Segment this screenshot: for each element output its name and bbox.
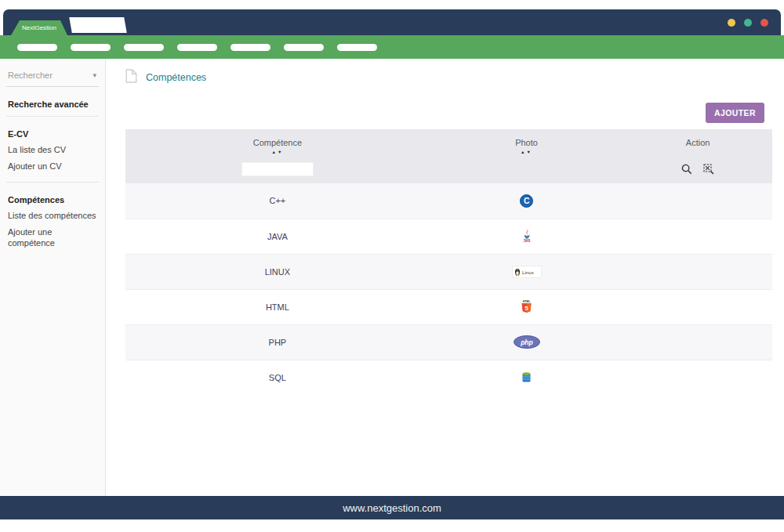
nav-item-placeholder[interactable] [17, 44, 57, 51]
column-photo: Photo ▲▼ [430, 129, 624, 183]
search-select[interactable]: Rechercher ▾ [6, 69, 99, 87]
skill-name: PHP [125, 324, 430, 360]
search-icon[interactable] [681, 164, 692, 175]
action-cell [623, 289, 772, 324]
nav-item-placeholder[interactable] [230, 44, 270, 51]
action-cell [623, 254, 772, 289]
brand-label: NextGestion [22, 24, 56, 31]
skills-table-header: Compétence ▲▼ Photo ▲▼ Action [125, 129, 772, 183]
skill-name: LINUX [125, 254, 430, 289]
table-row[interactable]: PHP php [125, 324, 772, 360]
column-competence: Compétence ▲▼ [125, 129, 430, 183]
html5-logo-icon: HTML5 [521, 300, 532, 313]
add-button[interactable]: AJOUTER [706, 103, 764, 123]
sidebar: Rechercher ▾ Recherche avancée E-CV La l… [0, 59, 106, 496]
footer-url: www.nextgestion.com [343, 502, 441, 514]
sidebar-item-liste-competences[interactable]: Liste des compétences [6, 208, 99, 224]
sidebar-item-recherche-avancee[interactable]: Recherche avancée [8, 100, 97, 109]
sort-desc-icon[interactable]: ▼ [278, 150, 283, 154]
table-row[interactable]: LINUX Linux [125, 254, 772, 289]
skill-name: SQL [125, 360, 430, 395]
skills-table: Compétence ▲▼ Photo ▲▼ Action [125, 129, 772, 395]
svg-text:JAVA: JAVA [523, 240, 530, 243]
column-label: Action [623, 138, 772, 147]
skill-name: C++ [125, 183, 430, 219]
nav-item-placeholder[interactable] [337, 44, 377, 51]
table-row[interactable]: JAVA JAVA [125, 219, 772, 254]
sort-asc-icon[interactable]: ▲ [271, 150, 277, 154]
footer: www.nextgestion.com [0, 496, 784, 519]
window-titlebar: NextGestion [3, 9, 781, 35]
sidebar-section-ecv: E-CV [8, 129, 97, 139]
column-label: Photo [430, 138, 624, 147]
sidebar-item-ajouter-cv[interactable]: Ajouter un CV [6, 158, 99, 175]
php-logo-icon: php [514, 335, 540, 349]
skills-table-body: C++ C JAVA JAVA LINUX Linux HTML HTML5 P… [125, 183, 772, 395]
nav-item-placeholder[interactable] [284, 44, 324, 51]
app-window: NextGestion Rechercher ▾ Recherche avanc… [0, 0, 784, 532]
brand-tab[interactable]: NextGestion [11, 20, 67, 35]
cpp-logo-icon: C [520, 194, 533, 208]
window-controls [728, 19, 768, 27]
url-placeholder [69, 17, 127, 33]
linux-logo-icon: Linux [512, 266, 542, 278]
sidebar-item-ajouter-competence[interactable]: Ajouter une compétence [6, 224, 99, 252]
clear-search-icon[interactable] [703, 164, 714, 175]
nav-item-placeholder[interactable] [177, 44, 217, 51]
document-icon [125, 69, 137, 85]
java-logo-icon: JAVA [522, 230, 532, 243]
sql-logo-icon [521, 371, 532, 384]
action-cell [623, 360, 772, 395]
sort-desc-icon[interactable]: ▼ [527, 150, 532, 154]
column-action: Action [623, 129, 772, 183]
nav-item-placeholder[interactable] [71, 44, 111, 51]
competence-filter-input[interactable] [241, 162, 314, 176]
close-dot-icon[interactable] [760, 19, 768, 27]
table-row[interactable]: SQL [125, 360, 772, 395]
table-row[interactable]: HTML HTML5 [125, 289, 772, 324]
skill-name: HTML [125, 289, 430, 324]
sort-asc-icon[interactable]: ▲ [521, 150, 526, 154]
sidebar-divider [6, 182, 99, 183]
action-cell [623, 183, 772, 219]
page-title: Compétences [146, 72, 206, 83]
svg-text:HTML: HTML [523, 300, 530, 303]
page-header: Compétences [125, 69, 784, 85]
action-cell [623, 324, 772, 360]
sidebar-item-liste-cv[interactable]: La liste des CV [6, 142, 99, 158]
minimize-dot-icon[interactable] [728, 19, 735, 27]
toolbar: AJOUTER [125, 103, 764, 123]
skill-name: JAVA [125, 219, 430, 254]
svg-text:5: 5 [524, 305, 528, 312]
content-area: Rechercher ▾ Recherche avancée E-CV La l… [0, 59, 784, 496]
svg-text:C: C [524, 196, 530, 205]
svg-text:php: php [520, 338, 533, 346]
nav-item-placeholder[interactable] [124, 44, 164, 51]
search-select-placeholder: Rechercher [8, 71, 53, 80]
action-cell [623, 219, 772, 254]
main-nav [0, 35, 784, 59]
chevron-down-icon: ▾ [93, 71, 96, 79]
maximize-dot-icon[interactable] [744, 19, 752, 27]
sidebar-divider [6, 116, 99, 117]
column-label: Compétence [125, 138, 430, 147]
table-row[interactable]: C++ C [125, 183, 772, 219]
sidebar-section-competences: Compétences [8, 195, 97, 204]
svg-text:Linux: Linux [522, 269, 535, 274]
main-panel: Compétences AJOUTER Compétence ▲▼ [106, 59, 784, 496]
